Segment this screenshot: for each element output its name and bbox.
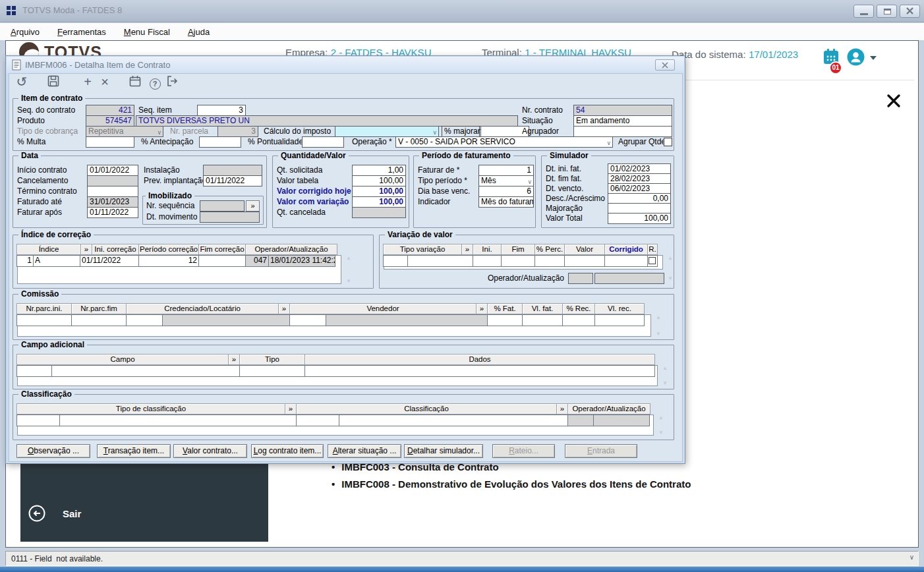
- lookup-button[interactable]: »: [246, 200, 260, 212]
- tipo-classificacao-desc-cell[interactable]: [59, 415, 297, 426]
- row-number-cell[interactable]: 1: [16, 255, 34, 267]
- qt-solicitada-field[interactable]: 1,00: [352, 165, 406, 176]
- lookup-header-button[interactable]: »: [476, 303, 488, 314]
- detalhar-simulador-button[interactable]: Detalhar simulador...: [404, 444, 483, 458]
- column-header[interactable]: Valor: [564, 244, 605, 255]
- valor-cell[interactable]: [564, 255, 605, 267]
- close-icon[interactable]: [886, 94, 901, 108]
- save-icon[interactable]: [47, 74, 63, 90]
- r-checkbox[interactable]: [649, 257, 656, 264]
- log-contrato-item-button[interactable]: Log contrato item...: [251, 444, 324, 458]
- column-header[interactable]: % Perc.: [534, 244, 565, 255]
- tipo-classificacao-cod-cell[interactable]: [16, 415, 60, 426]
- column-header[interactable]: Campo: [16, 354, 229, 365]
- column-header[interactable]: Índice: [16, 244, 81, 255]
- column-header[interactable]: Corrigido: [604, 244, 648, 255]
- dialog-titlebar[interactable]: IMBFM006 - Detalha Item de Contrato: [7, 57, 684, 73]
- column-header[interactable]: Período correção: [138, 244, 199, 255]
- column-header[interactable]: Operador/Atualização: [245, 244, 337, 255]
- nr-parc-ini-cell[interactable]: [16, 314, 72, 326]
- column-header[interactable]: Vl. fat.: [522, 303, 563, 314]
- pontualidade-field[interactable]: [302, 136, 344, 148]
- column-header[interactable]: % Fat.: [487, 303, 523, 314]
- lookup-header-button[interactable]: »: [278, 303, 290, 314]
- operacao-dropdown[interactable]: V - 0050 - SAIDA POR SERVICO∨: [395, 136, 613, 148]
- column-header[interactable]: Operador/Atualização: [567, 403, 650, 415]
- lookup-header-button[interactable]: »: [80, 244, 92, 255]
- calculo-imposto-dropdown[interactable]: ∨: [335, 126, 439, 137]
- vertical-scrollbar[interactable]: ▲ ▼: [666, 255, 675, 281]
- column-header[interactable]: Fim correção: [198, 244, 246, 255]
- delete-icon[interactable]: ×: [97, 74, 113, 90]
- maximize-button[interactable]: [877, 5, 897, 18]
- fim-correcao-cell[interactable]: [198, 255, 246, 267]
- close-button[interactable]: [900, 5, 920, 18]
- scroll-up-icon[interactable]: ▲: [668, 255, 673, 261]
- column-header[interactable]: Tipo variação: [383, 244, 462, 255]
- add-icon[interactable]: +: [80, 74, 96, 90]
- help-icon[interactable]: ?: [147, 74, 163, 90]
- menu-ajuda[interactable]: Ajuda: [188, 27, 210, 37]
- faturar-apos-field[interactable]: 01/11/2022: [87, 207, 138, 218]
- column-header[interactable]: Nr.parc.ini.: [16, 303, 72, 314]
- nr-parc-fim-cell[interactable]: [71, 314, 127, 326]
- ini-correcao-cell[interactable]: 01/11/2022: [80, 255, 139, 267]
- valor-contrato-button[interactable]: Valor contrato...: [173, 444, 247, 458]
- column-header[interactable]: Ini.: [473, 244, 502, 255]
- column-header[interactable]: Nr.parc.fim: [71, 303, 127, 314]
- tipo-cell[interactable]: [239, 365, 305, 377]
- faturar-de-field[interactable]: 1: [478, 165, 534, 176]
- scroll-down-icon[interactable]: ▼: [668, 275, 673, 281]
- indicador-dropdown[interactable]: Mês do faturam∨: [478, 196, 534, 208]
- scroll-up-icon[interactable]: ▲: [346, 255, 351, 261]
- tipo-periodo-dropdown[interactable]: Mês∨: [478, 175, 534, 186]
- fat-perc-cell[interactable]: [487, 314, 523, 326]
- lookup-header-button[interactable]: »: [461, 244, 473, 255]
- scroll-down-icon[interactable]: ▼: [656, 331, 661, 337]
- column-header[interactable]: % Rec.: [562, 303, 595, 314]
- column-header[interactable]: R.: [647, 244, 658, 255]
- seq-item-field[interactable]: 3: [197, 105, 246, 116]
- status-dropdown-icon[interactable]: ∨: [910, 554, 914, 561]
- minimize-button[interactable]: [853, 5, 874, 18]
- indice-cell[interactable]: A: [33, 255, 80, 267]
- menu-fiscal[interactable]: Menu Fiscal: [124, 27, 170, 37]
- tipo-variacao-cell[interactable]: [407, 255, 473, 267]
- perc-cell[interactable]: [534, 255, 565, 267]
- menu-ferramentas[interactable]: Ferramentas: [57, 27, 106, 37]
- rec-perc-cell[interactable]: [562, 314, 595, 326]
- corrigido-cell[interactable]: [604, 255, 648, 267]
- rec-vl-cell[interactable]: [594, 314, 645, 326]
- sair-button[interactable]: Sair: [28, 505, 81, 522]
- fim-cell[interactable]: [501, 255, 535, 267]
- scroll-up-icon[interactable]: ▲: [662, 365, 668, 371]
- vertical-scrollbar[interactable]: ▲ ▼: [656, 415, 666, 436]
- agrupador-field[interactable]: [573, 126, 672, 137]
- column-header[interactable]: Dados: [304, 354, 655, 365]
- chevron-down-icon[interactable]: [870, 56, 877, 60]
- column-header[interactable]: Vl. rec.: [594, 303, 645, 314]
- dados-cell[interactable]: [304, 365, 655, 377]
- agrupar-qtde-checkbox[interactable]: [664, 138, 672, 146]
- scroll-down-icon[interactable]: ▼: [658, 430, 664, 436]
- vertical-scrollbar[interactable]: ▲ ▼: [344, 255, 353, 284]
- vertical-scrollbar[interactable]: ▲ ▼: [660, 365, 670, 386]
- dialog-close-button[interactable]: [655, 59, 675, 71]
- classificacao-cod-cell[interactable]: [296, 415, 339, 426]
- vendedor-cod-cell[interactable]: [289, 314, 326, 326]
- antecipacao-field[interactable]: [199, 136, 241, 148]
- column-header[interactable]: Ini. correção: [92, 244, 139, 255]
- periodo-correcao-cell[interactable]: 12: [138, 255, 199, 267]
- transacao-item-button[interactable]: Transação item...: [97, 444, 171, 458]
- observacao-button[interactable]: Observação ...: [16, 444, 90, 458]
- column-header[interactable]: Classificação: [296, 403, 557, 415]
- credenciado-cod-cell[interactable]: [126, 314, 163, 326]
- window-titlebar[interactable]: TOTVS Moda - FATDES 8: [0, 0, 924, 22]
- column-header[interactable]: Credenciado/Locatário: [126, 303, 279, 314]
- column-header[interactable]: Tipo de classificação: [16, 403, 285, 415]
- exit-icon[interactable]: [165, 74, 181, 90]
- undo-icon[interactable]: ↺: [14, 74, 30, 90]
- scroll-down-icon[interactable]: ▼: [662, 380, 668, 386]
- multa-field[interactable]: [86, 136, 134, 148]
- menu-arquivo[interactable]: Arquivo: [11, 27, 40, 37]
